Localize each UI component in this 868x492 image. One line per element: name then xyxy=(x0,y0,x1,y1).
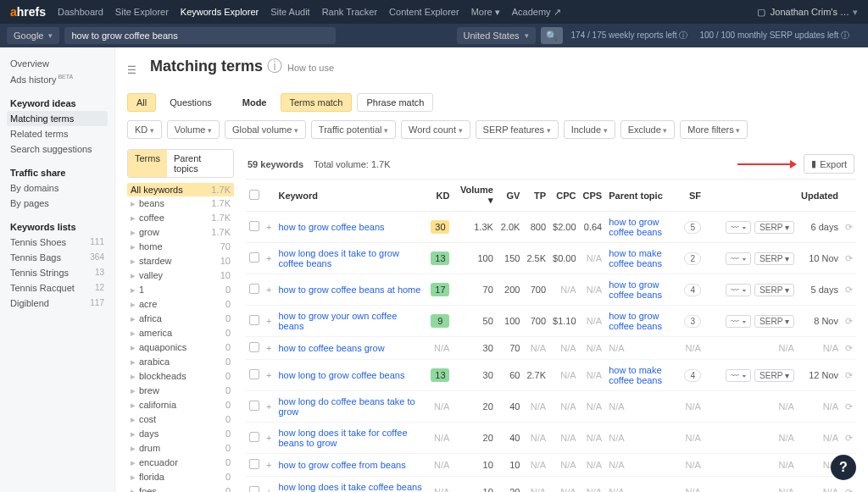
topnav-site-audit[interactable]: Site Audit xyxy=(270,7,309,17)
row-checkbox[interactable] xyxy=(249,486,259,492)
add-to-list-icon[interactable]: + xyxy=(266,285,271,295)
parent-topic-link[interactable]: how to grow coffee beans xyxy=(609,311,662,331)
topnav-keywords-explorer[interactable]: Keywords Explorer xyxy=(181,7,259,17)
list-digiblend[interactable]: Digiblend117 xyxy=(7,296,108,311)
add-to-list-icon[interactable]: + xyxy=(266,222,271,232)
filter-word-count[interactable]: Word count xyxy=(401,120,470,139)
refresh-icon[interactable]: ⟳ xyxy=(845,222,853,232)
chart-btn[interactable]: 〰 ▾ xyxy=(726,252,751,265)
refresh-icon[interactable]: ⟳ xyxy=(845,433,853,443)
add-to-list-icon[interactable]: + xyxy=(266,370,271,380)
topnav-content-explorer[interactable]: Content Explorer xyxy=(389,7,459,17)
nav-search-suggestions[interactable]: Search suggestions xyxy=(7,141,108,157)
nav-by-domains[interactable]: By domains xyxy=(7,180,108,196)
topnav-dashboard[interactable]: Dashboard xyxy=(58,7,103,17)
terms-tab[interactable]: Terms xyxy=(128,150,167,177)
term-cost[interactable]: ▸cost0 xyxy=(127,412,234,427)
term-all-keywords[interactable]: All keywords1.7K xyxy=(127,183,234,196)
topnav-academy-↗[interactable]: Academy ↗ xyxy=(512,7,561,17)
row-checkbox[interactable] xyxy=(249,221,259,231)
serp-btn[interactable]: SERP ▾ xyxy=(754,284,794,296)
col-parent[interactable]: Parent topic xyxy=(605,180,681,212)
filter-traffic-potential[interactable]: Traffic potential xyxy=(311,120,396,139)
filter-include[interactable]: Include xyxy=(564,120,615,139)
tab-phrase-match[interactable]: Phrase match xyxy=(357,93,433,112)
nav-by-pages[interactable]: By pages xyxy=(7,196,108,211)
term-brew[interactable]: ▸brew0 xyxy=(127,384,234,398)
workspace-icon[interactable]: ▢ xyxy=(757,7,765,18)
add-to-list-icon[interactable]: + xyxy=(266,401,271,412)
filter-more-filters[interactable]: More filters xyxy=(680,120,748,139)
parent-topic-link[interactable]: how to grow coffee beans xyxy=(609,217,662,237)
menu-icon[interactable]: ☰ xyxy=(127,64,136,76)
row-checkbox[interactable] xyxy=(249,401,259,411)
refresh-icon[interactable]: ⟳ xyxy=(845,253,853,263)
term-1[interactable]: ▸10 xyxy=(127,283,234,297)
refresh-icon[interactable]: ⟳ xyxy=(845,487,853,493)
row-checkbox[interactable] xyxy=(249,432,259,442)
row-checkbox[interactable] xyxy=(249,459,259,469)
tab-terms-match[interactable]: Terms match xyxy=(281,93,353,112)
col-tp[interactable]: TP xyxy=(523,180,549,212)
nav-overview[interactable]: Overview xyxy=(7,56,108,71)
row-checkbox[interactable] xyxy=(249,369,259,379)
serp-btn[interactable]: SERP ▾ xyxy=(754,369,794,382)
parent-topic-link[interactable]: how to make coffee beans xyxy=(609,248,662,268)
topnav-more[interactable]: More ▾ xyxy=(471,7,500,17)
col-volume[interactable]: Volume ▾ xyxy=(453,180,496,212)
serp-btn[interactable]: SERP ▾ xyxy=(754,221,794,234)
keyword-link[interactable]: how to grow coffee from beans xyxy=(278,460,405,470)
export-button[interactable]: ▮Export xyxy=(804,154,854,174)
refresh-icon[interactable]: ⟳ xyxy=(845,316,853,326)
keyword-link[interactable]: how long to grow coffee beans xyxy=(278,370,404,380)
term-foes[interactable]: ▸foes0 xyxy=(127,484,234,492)
filter-global-volume[interactable]: Global volume xyxy=(225,120,306,139)
term-america[interactable]: ▸america0 xyxy=(127,326,234,340)
col-keyword[interactable]: Keyword xyxy=(275,180,427,212)
nav-related-terms[interactable]: Related terms xyxy=(7,126,108,141)
term-acre[interactable]: ▸acre0 xyxy=(127,297,234,312)
term-coffee[interactable]: ▸coffee1.7K xyxy=(127,211,234,225)
logo[interactable]: ahrefs xyxy=(10,5,46,19)
term-grow[interactable]: ▸grow1.7K xyxy=(127,225,234,240)
keyword-link[interactable]: how to grow your own coffee beans xyxy=(278,311,397,331)
keyword-link[interactable]: how long does it take to grow coffee bea… xyxy=(278,248,398,268)
term-valley[interactable]: ▸valley10 xyxy=(127,268,234,283)
term-beans[interactable]: ▸beans1.7K xyxy=(127,196,234,211)
term-stardew[interactable]: ▸stardew10 xyxy=(127,254,234,268)
filter-serp-features[interactable]: SERP features xyxy=(476,120,559,139)
row-checkbox[interactable] xyxy=(249,252,259,263)
col-kd[interactable]: KD xyxy=(427,180,453,212)
add-to-list-icon[interactable]: + xyxy=(266,253,271,263)
list-tennis-bags[interactable]: Tennis Bags364 xyxy=(7,250,108,265)
term-aquaponics[interactable]: ▸aquaponics0 xyxy=(127,340,234,355)
term-blockheads[interactable]: ▸blockheads0 xyxy=(127,369,234,384)
refresh-icon[interactable]: ⟳ xyxy=(845,401,853,412)
tab-all[interactable]: All xyxy=(127,93,156,112)
add-to-list-icon[interactable]: + xyxy=(266,460,271,470)
add-to-list-icon[interactable]: + xyxy=(266,343,271,353)
chart-btn[interactable]: 〰 ▾ xyxy=(726,315,751,328)
sf-badge[interactable]: 4 xyxy=(684,284,701,296)
filter-exclude[interactable]: Exclude xyxy=(620,120,676,139)
search-engine-select[interactable]: Google xyxy=(7,27,59,44)
col-updated[interactable]: Updated xyxy=(798,180,842,212)
serp-btn[interactable]: SERP ▾ xyxy=(754,252,794,265)
topnav-rank-tracker[interactable]: Rank Tracker xyxy=(322,7,377,17)
add-to-list-icon[interactable]: + xyxy=(266,487,271,492)
sf-badge[interactable]: 5 xyxy=(684,221,701,234)
term-days[interactable]: ▸days0 xyxy=(127,427,234,441)
refresh-icon[interactable]: ⟳ xyxy=(845,343,853,353)
list-tennis-racquet[interactable]: Tennis Racquet12 xyxy=(7,280,108,296)
tab-questions[interactable]: Questions xyxy=(161,94,220,111)
refresh-icon[interactable]: ⟳ xyxy=(845,370,853,380)
row-checkbox[interactable] xyxy=(249,342,259,352)
sf-badge[interactable]: 3 xyxy=(684,315,701,328)
chart-btn[interactable]: 〰 ▾ xyxy=(726,221,751,234)
add-to-list-icon[interactable]: + xyxy=(266,316,271,326)
nav-matching-terms[interactable]: Matching terms xyxy=(7,111,108,126)
how-to-use-link[interactable]: How to use xyxy=(287,63,334,73)
list-tennis-strings[interactable]: Tennis Strings13 xyxy=(7,265,108,280)
serp-btn[interactable]: SERP ▾ xyxy=(754,315,794,328)
search-button[interactable]: 🔍 xyxy=(541,27,563,44)
